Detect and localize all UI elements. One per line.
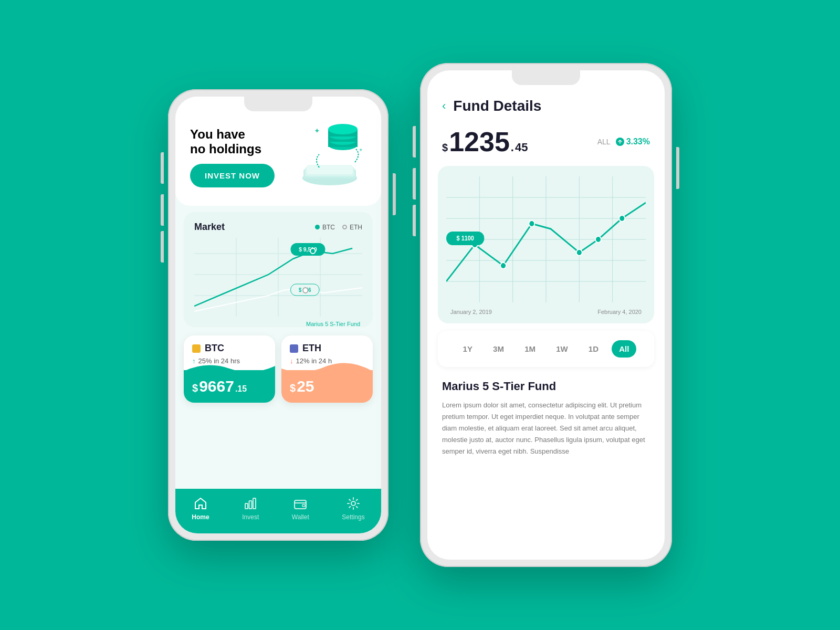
eth-legend: ETH <box>342 224 362 231</box>
btc-icon <box>192 344 201 353</box>
perf-badge: 3.33% <box>616 137 650 146</box>
perf-period: ALL <box>597 138 611 146</box>
eth-legend-label: ETH <box>350 224 362 231</box>
chart-legend: BTC ETH <box>315 224 362 231</box>
eth-price: $ 25 <box>290 377 364 395</box>
btc-name-label: BTC <box>205 343 224 354</box>
btc-legend-label: BTC <box>322 224 335 231</box>
fund-name-section: Marius 5 S-Tier Fund Lorem ipsum dolor s… <box>427 374 665 463</box>
eth-card-bottom: $ 25 <box>281 370 373 403</box>
btc-price-cents: .15 <box>235 384 247 394</box>
fund-chart-area: $ 1100 January 2, 2019 February 4, 2020 <box>438 166 654 323</box>
right-notch <box>512 70 580 85</box>
time-filters: 1Y 3M 1M 1W 1D All <box>438 331 654 367</box>
filter-1d[interactable]: 1D <box>581 340 606 358</box>
crypto-cards: BTC ↑ 25% in 24 hrs $ 9667 <box>184 335 373 403</box>
amount-cents-value: 45 <box>515 141 528 154</box>
eth-icon <box>290 344 298 353</box>
market-section: Market BTC ETH <box>184 212 373 327</box>
btc-legend: BTC <box>315 224 335 231</box>
svg-rect-27 <box>253 498 256 509</box>
svg-rect-3 <box>307 165 353 174</box>
filter-1m[interactable]: 1M <box>517 340 543 358</box>
svg-point-47 <box>619 215 625 222</box>
hero-section: You have no holdings INVEST NOW <box>175 97 381 206</box>
eth-price-main: 25 <box>297 377 314 395</box>
fund-amount: $ 1235 . 45 <box>442 128 528 155</box>
filter-all[interactable]: All <box>612 340 636 358</box>
market-chart: $ 9,500 $ 256 Marius 5 S-Tier Fund <box>194 238 362 322</box>
eth-card-name: ETH <box>290 343 364 354</box>
nav-settings[interactable]: Settings <box>342 496 364 521</box>
market-fund-label: Marius 5 S-Tier Fund <box>194 321 362 327</box>
svg-rect-26 <box>249 501 252 509</box>
amount-cents: . <box>511 141 514 154</box>
svg-point-21 <box>310 248 315 254</box>
btc-price-main: 9667 <box>199 377 234 395</box>
hero-title: You have no holdings <box>190 127 275 156</box>
btc-card-name: BTC <box>192 343 267 354</box>
eth-name-label: ETH <box>302 343 321 354</box>
market-title: Market <box>194 222 225 233</box>
svg-rect-25 <box>245 503 248 509</box>
left-screen: You have no holdings INVEST NOW <box>175 97 381 533</box>
nav-home-label: Home <box>192 513 209 521</box>
invest-now-button[interactable]: INVEST NOW <box>190 164 275 187</box>
hero-text: You have no holdings INVEST NOW <box>190 127 275 187</box>
coin-illustration: ✦ ✦ <box>293 123 366 191</box>
amount-main: 1235 <box>449 128 510 155</box>
fund-details-title: Fund Details <box>453 98 541 114</box>
btc-price: $ 9667 .15 <box>192 377 267 395</box>
svg-text:✦: ✦ <box>314 127 320 135</box>
nav-wallet-label: Wallet <box>292 513 309 521</box>
eth-dollar-sign: $ <box>290 382 296 394</box>
svg-point-46 <box>595 236 601 243</box>
nav-invest-label: Invest <box>242 513 259 521</box>
btc-legend-dot <box>315 225 320 229</box>
btc-card[interactable]: BTC ↑ 25% in 24 hrs $ 9667 <box>184 335 275 403</box>
notch <box>244 97 312 111</box>
filter-1y[interactable]: 1Y <box>456 340 480 358</box>
market-header: Market BTC ETH <box>194 222 362 233</box>
right-phone: ‹ Fund Details $ 1235 . 45 ALL 3.33% <box>420 63 672 567</box>
amount-dollar-sign: $ <box>442 142 448 154</box>
nav-wallet[interactable]: Wallet <box>292 496 309 521</box>
eth-legend-dot <box>342 225 347 229</box>
svg-text:✦: ✦ <box>359 147 363 153</box>
svg-point-30 <box>351 501 355 506</box>
chart-date-end: February 4, 2020 <box>597 309 642 315</box>
eth-card[interactable]: ETH ↓ 12% in 24 h $ 25 <box>281 335 373 403</box>
svg-point-45 <box>576 249 582 256</box>
svg-point-43 <box>500 262 506 269</box>
back-button[interactable]: ‹ <box>442 99 446 113</box>
nav-settings-label: Settings <box>342 513 364 521</box>
filter-1w[interactable]: 1W <box>549 340 575 358</box>
nav-invest[interactable]: Invest <box>242 496 259 521</box>
phones-container: You have no holdings INVEST NOW <box>168 63 672 567</box>
btc-card-bottom: $ 9667 .15 <box>184 370 275 403</box>
svg-text:$ 1100: $ 1100 <box>457 235 474 242</box>
nav-home[interactable]: Home <box>192 496 209 521</box>
svg-point-44 <box>529 220 534 227</box>
chart-date-start: January 2, 2019 <box>450 309 492 315</box>
perf-change: 3.33% <box>626 137 650 146</box>
fund-amount-row: $ 1235 . 45 ALL 3.33% <box>427 123 665 166</box>
svg-rect-29 <box>302 505 305 507</box>
fund-performance: ALL 3.33% <box>597 137 650 146</box>
svg-point-10 <box>328 124 358 134</box>
left-phone: You have no holdings INVEST NOW <box>168 89 388 541</box>
chart-dates: January 2, 2019 February 4, 2020 <box>446 309 646 315</box>
right-screen: ‹ Fund Details $ 1235 . 45 ALL 3.33% <box>427 70 665 560</box>
btc-dollar-sign: $ <box>192 382 198 394</box>
filter-3m[interactable]: 3M <box>486 340 511 358</box>
fund-description: Lorem ipsum dolor sit amet, consectetur … <box>442 400 650 457</box>
svg-point-24 <box>303 288 308 293</box>
fund-name: Marius 5 S-Tier Fund <box>442 380 650 393</box>
bottom-nav: Home Invest Wallet <box>175 489 381 533</box>
